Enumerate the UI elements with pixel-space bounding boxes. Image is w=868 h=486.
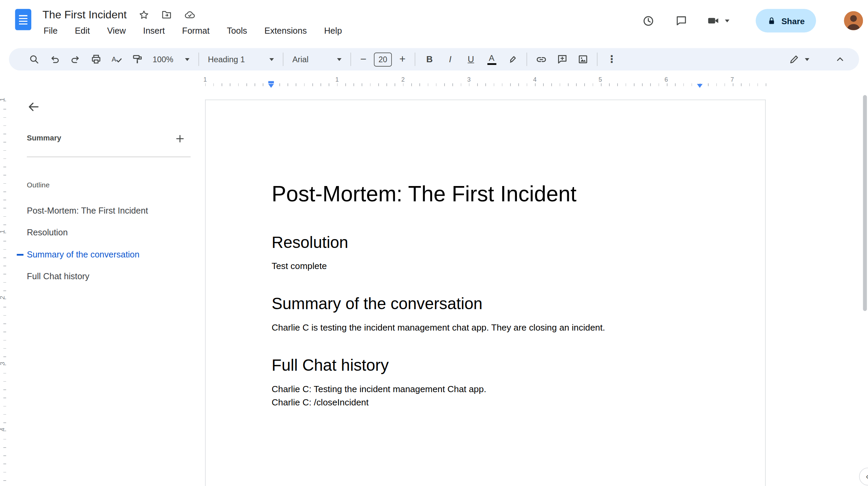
vertical-scrollbar[interactable] bbox=[863, 95, 867, 311]
increase-font-size-button[interactable]: + bbox=[394, 50, 411, 69]
zoom-value: 100% bbox=[153, 55, 173, 64]
horizontal-ruler[interactable]: 1 1 2 3 4 5 6 7 bbox=[0, 76, 868, 88]
share-button[interactable]: Share bbox=[756, 9, 816, 32]
menu-file[interactable]: File bbox=[42, 24, 59, 37]
menu-bar: File Edit View Insert Format Tools Exten… bbox=[42, 24, 343, 37]
search-icon[interactable] bbox=[23, 50, 44, 69]
toolbar-divider bbox=[198, 53, 199, 66]
more-options-button[interactable]: ⋮ bbox=[602, 50, 622, 69]
docs-logo-icon[interactable] bbox=[15, 9, 31, 30]
svg-text:A: A bbox=[112, 55, 117, 63]
menu-view[interactable]: View bbox=[106, 24, 127, 37]
add-summary-icon[interactable] bbox=[172, 131, 188, 147]
insert-image-icon[interactable] bbox=[572, 50, 593, 69]
ruler-number: 2 bbox=[0, 296, 6, 299]
ruler-number: 1 bbox=[0, 98, 6, 101]
cloud-status-icon[interactable] bbox=[184, 9, 195, 20]
scroll-collapse-button[interactable]: « bbox=[859, 468, 868, 486]
print-icon[interactable] bbox=[86, 50, 106, 69]
ruler-number: 1 bbox=[335, 76, 339, 83]
vertical-ruler[interactable]: 1 1 2 3 4 bbox=[0, 89, 9, 486]
toolbar-divider bbox=[526, 53, 527, 66]
outline-item-resolution[interactable]: Resolution bbox=[27, 221, 188, 243]
video-call-button[interactable] bbox=[707, 10, 729, 32]
toolbar-divider bbox=[283, 53, 283, 66]
doc-heading-full-chat[interactable]: Full Chat history bbox=[272, 355, 699, 375]
text-color-bar bbox=[487, 63, 496, 65]
toolbar-divider bbox=[415, 53, 415, 66]
zoom-caret-icon bbox=[185, 58, 189, 61]
menu-extensions[interactable]: Extensions bbox=[263, 24, 308, 37]
undo-icon[interactable] bbox=[44, 50, 65, 69]
menu-format[interactable]: Format bbox=[181, 24, 211, 37]
menu-help[interactable]: Help bbox=[323, 24, 343, 37]
bold-button[interactable]: B bbox=[419, 50, 440, 69]
highlight-color-icon[interactable] bbox=[502, 50, 523, 69]
doc-paragraph[interactable]: Test complete bbox=[272, 259, 699, 273]
outline-item-label: Summary of the conversation bbox=[27, 249, 140, 259]
summary-label: Summary bbox=[27, 134, 61, 142]
redo-icon[interactable] bbox=[65, 50, 86, 69]
ruler-number: 4 bbox=[0, 428, 6, 431]
add-comment-icon[interactable] bbox=[552, 50, 572, 69]
version-history-icon[interactable] bbox=[637, 10, 659, 32]
move-folder-icon[interactable] bbox=[161, 9, 172, 20]
font-value: Arial bbox=[292, 55, 309, 64]
ruler-number: 2 bbox=[401, 76, 405, 83]
paint-format-icon[interactable] bbox=[127, 50, 147, 69]
insert-link-icon[interactable] bbox=[531, 50, 552, 69]
outline-label: Outline bbox=[27, 181, 50, 189]
text-color-letter: A bbox=[489, 54, 494, 62]
editing-mode-caret-icon bbox=[805, 58, 809, 61]
collapse-toolbar-icon[interactable] bbox=[830, 50, 850, 69]
editing-mode-select[interactable] bbox=[789, 54, 810, 65]
ruler-number: 4 bbox=[533, 76, 537, 83]
comments-icon[interactable] bbox=[670, 10, 693, 32]
doc-heading-title[interactable]: Post-Mortem: The First Incident bbox=[272, 181, 699, 207]
doc-heading-resolution[interactable]: Resolution bbox=[272, 232, 699, 252]
left-indent-marker[interactable] bbox=[268, 81, 274, 88]
close-outline-icon[interactable] bbox=[25, 98, 42, 115]
font-size-input[interactable]: 20 bbox=[374, 52, 392, 66]
outline-item-post-mortem[interactable]: Post-Mortem: The First Incident bbox=[27, 200, 188, 221]
toolbar: A 100% Heading 1 Arial − 20 + B I U A bbox=[9, 48, 859, 70]
video-call-caret-icon[interactable] bbox=[725, 19, 729, 22]
outline-item-summary[interactable]: Summary of the conversation bbox=[27, 243, 188, 265]
document-page[interactable]: Post-Mortem: The First Incident Resoluti… bbox=[205, 100, 766, 486]
title-row: The First Incident bbox=[42, 6, 195, 23]
font-select[interactable]: Arial bbox=[287, 50, 346, 68]
outline-item-label: Resolution bbox=[27, 228, 68, 238]
ruler-number: 1 bbox=[0, 230, 6, 233]
outline-item-full-chat[interactable]: Full Chat history bbox=[27, 265, 188, 287]
menu-insert[interactable]: Insert bbox=[142, 24, 166, 37]
underline-button[interactable]: U bbox=[461, 50, 481, 69]
google-docs-app: The First Incident File Edit View Insert… bbox=[0, 0, 868, 486]
ruler-number: 1 bbox=[204, 76, 207, 83]
document-title[interactable]: The First Incident bbox=[42, 8, 127, 21]
outline-item-label: Post-Mortem: The First Incident bbox=[27, 205, 148, 216]
outline-item-label: Full Chat history bbox=[27, 271, 89, 281]
account-avatar[interactable] bbox=[844, 11, 863, 30]
sidebar-divider bbox=[27, 156, 191, 157]
menu-edit[interactable]: Edit bbox=[74, 24, 91, 37]
doc-paragraph[interactable]: Charlie C: Testing the incident manageme… bbox=[272, 383, 699, 396]
style-caret-icon bbox=[270, 58, 274, 61]
outline-list: Post-Mortem: The First Incident Resoluti… bbox=[27, 200, 188, 287]
toolbar-divider bbox=[597, 53, 597, 66]
spell-check-icon[interactable]: A bbox=[106, 50, 127, 69]
paragraph-style-value: Heading 1 bbox=[208, 55, 245, 64]
zoom-select[interactable]: 100% bbox=[147, 50, 194, 68]
decrease-font-size-button[interactable]: − bbox=[355, 50, 371, 69]
ruler-number: 3 bbox=[0, 362, 6, 365]
paragraph-style-select[interactable]: Heading 1 bbox=[203, 50, 279, 68]
doc-paragraph[interactable]: Charlie C is testing the incident manage… bbox=[272, 321, 699, 334]
text-color-button[interactable]: A bbox=[481, 50, 502, 69]
italic-button[interactable]: I bbox=[440, 50, 461, 69]
ruler-number: 5 bbox=[598, 76, 602, 83]
doc-heading-summary[interactable]: Summary of the conversation bbox=[272, 294, 699, 314]
doc-paragraph[interactable]: Charlie C: /closeIncident bbox=[272, 396, 699, 409]
right-indent-marker[interactable] bbox=[697, 81, 702, 88]
menu-tools[interactable]: Tools bbox=[226, 24, 248, 37]
star-icon[interactable] bbox=[138, 9, 149, 20]
share-label: Share bbox=[781, 16, 805, 26]
